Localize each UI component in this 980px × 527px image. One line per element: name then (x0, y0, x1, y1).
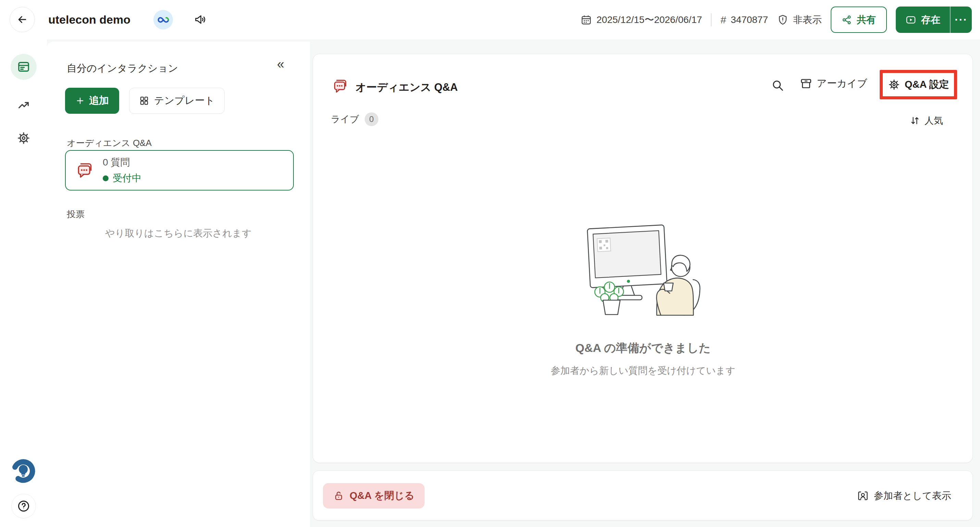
divider (711, 13, 711, 26)
panel-hint: やり取りはこちらに表示されます (47, 227, 310, 240)
present-label: 存在 (921, 13, 940, 26)
visibility-status[interactable]: 非表示 (777, 13, 822, 26)
view-as-participant-button[interactable]: 参加者として表示 (857, 489, 951, 502)
qa-interaction-card[interactable]: 0 質問 受付中 (65, 150, 294, 190)
panel-title: 自分のインタラクション (67, 62, 178, 75)
empty-state-heading: Q&A の準備ができました (313, 340, 973, 356)
view-as-participant-label: 参加者として表示 (874, 489, 951, 502)
tab-live-label: ライブ (331, 113, 359, 125)
template-button[interactable]: テンプレート (129, 88, 224, 114)
present-button[interactable]: 存在 (896, 6, 950, 33)
hash-icon: # (721, 14, 726, 26)
qa-settings-button[interactable]: Q&A 設定 (883, 73, 954, 96)
qa-settings-label: Q&A 設定 (905, 78, 949, 91)
empty-state-subtext: 参加者から新しい質問を受け付けています (313, 364, 973, 377)
tab-live[interactable]: ライブ 0 (331, 112, 379, 126)
close-qa-button[interactable]: Q&A を閉じる (323, 483, 425, 508)
sort-button[interactable]: 人気 (910, 115, 943, 127)
rail-item-interactions[interactable] (11, 54, 37, 80)
help-button[interactable] (11, 494, 36, 519)
sort-label: 人気 (924, 115, 943, 127)
shield-alert-icon (777, 14, 789, 26)
present-icon (905, 14, 916, 26)
gear-icon (888, 78, 900, 91)
analytics-icon (17, 98, 30, 112)
collapse-panel-button[interactable]: « (277, 57, 284, 70)
template-icon (139, 96, 149, 106)
help-icon (16, 499, 31, 513)
settings-icon (17, 131, 30, 145)
qa-status: 受付中 (103, 172, 142, 185)
unlock-icon (333, 490, 344, 501)
add-label: 追加 (89, 94, 109, 108)
qa-title: オーディエンス Q&A (355, 80, 458, 94)
event-date-range: 2025/12/15〜2026/06/17 (597, 13, 702, 26)
share-label: 共有 (857, 13, 876, 26)
back-icon (16, 14, 28, 26)
archive-icon (800, 77, 812, 90)
participant-icon (857, 490, 869, 501)
collapse-icon: « (277, 57, 284, 71)
search-button[interactable] (771, 79, 784, 92)
more-icon: ··· (955, 13, 968, 26)
event-dates: 2025/12/15〜2026/06/17 (581, 13, 702, 26)
event-code-value: 3470877 (731, 14, 768, 26)
event-code: # 3470877 (721, 14, 768, 26)
qa-icon (332, 77, 349, 94)
interactions-icon (17, 60, 30, 73)
archive-button[interactable]: アーカイブ (800, 77, 867, 91)
back-button[interactable] (10, 7, 35, 32)
qa-icon (75, 161, 94, 180)
qa-section-label: オーディエンス Q&A (67, 137, 152, 149)
present-split-button: 存在 ··· (896, 6, 972, 33)
close-qa-label: Q&A を閉じる (350, 489, 414, 503)
archive-label: アーカイブ (817, 77, 867, 91)
topbar: utelecon demo 2 (0, 0, 980, 39)
qa-question-count: 0 質問 (103, 156, 142, 169)
qa-status-label: 受付中 (113, 172, 142, 185)
visibility-label: 非表示 (793, 13, 822, 26)
qa-main-card: オーディエンス Q&A アーカイブ (313, 54, 973, 463)
topbar-right: 2025/12/15〜2026/06/17 # 3470877 非表示 (581, 0, 972, 39)
webex-logo (153, 10, 173, 29)
interactions-panel: 自分のインタラクション « 追加 テンプレート オーディエンス Q&A (47, 42, 310, 527)
status-dot (103, 176, 108, 181)
rail-item-analytics[interactable] (11, 92, 37, 118)
share-button[interactable]: 共有 (831, 6, 887, 33)
search-icon (771, 79, 784, 92)
more-options-button[interactable]: ··· (951, 6, 972, 33)
share-icon (842, 15, 852, 25)
qa-footer-bar: Q&A を閉じる 参加者として表示 (313, 471, 973, 521)
sort-icon (910, 115, 920, 126)
calendar-icon (581, 14, 592, 26)
qa-settings-highlight: Q&A 設定 (880, 70, 957, 99)
announcement-icon[interactable] (194, 13, 207, 26)
polls-section-label: 投票 (67, 208, 84, 220)
live-count-badge: 0 (365, 112, 379, 126)
page-title: utelecon demo (48, 0, 130, 39)
slido-logo[interactable] (10, 457, 37, 484)
left-rail (0, 39, 47, 527)
add-icon (75, 96, 85, 105)
rail-item-settings[interactable] (11, 125, 37, 151)
add-button[interactable]: 追加 (65, 88, 119, 114)
template-label: テンプレート (154, 94, 215, 108)
empty-state-illustration (571, 222, 715, 318)
slido-admin-app: utelecon demo 2 (0, 0, 980, 527)
qa-card-info: 0 質問 受付中 (103, 156, 142, 185)
